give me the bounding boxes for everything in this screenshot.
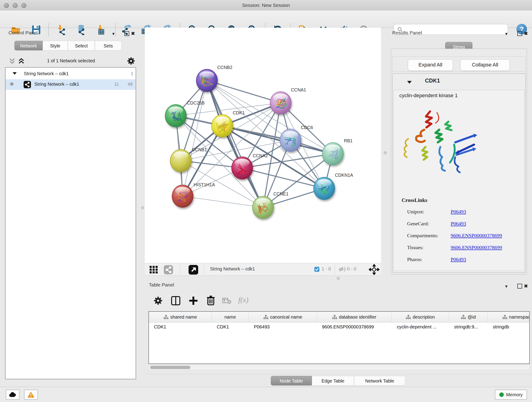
network-options-gear-icon[interactable] [127,56,136,65]
control-panel-menu-icon[interactable]: ▾ [112,32,114,36]
node-table[interactable]: shared namenamecanonical namedatabase id… [148,311,530,364]
column-header-database-identifier[interactable]: database identifier [317,312,392,322]
column-header-label: shared name [170,314,197,320]
column-type-icon [263,315,268,319]
scrollbar-thumb[interactable] [150,366,190,369]
left-splitter-handle[interactable] [141,206,144,209]
grid-view-icon[interactable] [149,265,159,274]
crosslink-link[interactable]: 9606.ENSP00000378699 [451,245,502,250]
column-header-shared-name[interactable]: shared name [149,312,212,322]
tab-sets[interactable]: Sets [95,41,122,51]
table-settings-gear-icon[interactable] [153,296,163,306]
node-gloss [235,159,249,166]
collection-expand-icon[interactable] [12,72,17,75]
table-cell[interactable]: stringdb:9... [449,322,488,332]
tab-select[interactable]: Select [68,41,95,51]
crosslink-link[interactable]: P06493 [451,256,466,262]
table-cell[interactable]: cyclin-dependent ... [392,322,449,332]
node-result-content: cyclin-dependent kinase 1 CrossLin [393,90,525,271]
results-panel-menu-icon[interactable]: ▾ [505,32,507,36]
network-edge[interactable] [207,80,281,103]
tab-network-table[interactable]: Network Table [354,376,405,385]
results-panel-close-icon[interactable]: ✖ [524,31,528,36]
table-cell[interactable]: CDK1 [149,322,212,332]
memory-button[interactable]: Memory [495,390,527,400]
show-columns-icon[interactable] [171,296,181,306]
crosslink-link[interactable]: P06493 [451,221,466,227]
node-label: CCNA1 [291,87,306,92]
table-cell[interactable]: CDK1 [212,322,249,332]
cloud-status-button[interactable] [6,390,19,400]
table-panel-float-icon[interactable] [517,284,522,288]
crosslink-row: Pharos:P06493 [407,256,522,266]
column-header-label: @id [468,314,476,320]
column-header-description[interactable]: description [392,312,449,322]
table-cell[interactable]: P06493 [249,322,317,332]
table-panel-close-icon[interactable]: ✖ [524,284,528,288]
network-node-RB1[interactable]: RB1 [322,138,353,165]
expand-all-button[interactable]: Expand All [408,59,453,71]
network-share-view-icon[interactable] [164,265,173,274]
network-row-selected[interactable]: String Network – cdk1 11 48 [6,79,136,90]
control-panel-close-icon[interactable]: ✖ [131,31,135,36]
crosslink-row: Tissues:9606.ENSP00000378699 [407,245,522,254]
import-table-icon [96,25,107,35]
delete-column-trash-icon[interactable] [206,295,216,306]
network-node-CDK1[interactable]: CDK1 [212,110,245,137]
column-header-label: description [413,314,435,320]
network-node-CCNB2[interactable]: CCNB2 [196,65,232,92]
table-horizontal-scrollbar[interactable] [148,365,530,370]
network-edge[interactable] [207,80,263,207]
network-node-CCNB1[interactable]: CCNB1 [170,147,207,172]
network-node-CCNA1[interactable]: CCNA1 [270,87,306,114]
import-table-button[interactable] [96,24,108,36]
network-canvas[interactable]: CCNB2CCNA1CDC25BCDK1CDC6RB1CCNB1CCNA2CDK… [145,28,381,263]
right-splitter-handle[interactable] [384,151,387,154]
node-gloss [200,71,214,79]
tab-style[interactable]: Style [43,41,68,51]
node-gloss [215,117,230,124]
network-node-HIST1H1A[interactable]: HIST1H1A [172,182,215,207]
network-edge[interactable] [222,126,333,154]
table-cell[interactable]: 9606.ENSP00000378699 [317,322,392,332]
table-panel-menu-icon[interactable]: ▾ [505,284,507,288]
network-node-CDKN1A[interactable]: CDKN1A [314,172,353,200]
column-header-name[interactable]: name [212,312,249,322]
horizontal-splitter-handle[interactable] [337,277,340,280]
column-header-namespace[interactable]: namespace [488,312,530,322]
network-edge[interactable] [183,196,263,207]
selected-checkbox-icon[interactable] [314,267,320,272]
column-header--id[interactable]: @id [449,312,488,322]
warnings-button[interactable] [24,390,38,400]
column-header-label: database identifier [339,314,376,320]
results-panel-float-icon[interactable] [517,31,522,36]
toolbar-separator [48,23,49,36]
network-edge[interactable] [183,80,207,196]
import-network-file-button[interactable] [56,24,68,36]
crosslink-link[interactable]: 9606.ENSP00000378699 [451,233,502,239]
toolbar-separator [115,23,116,36]
add-column-icon[interactable] [188,296,198,306]
string-app-icon [23,81,31,89]
selected-counter: 1 - 0 [322,266,331,272]
section-collapse-icon[interactable] [407,80,412,84]
tab-node-table[interactable]: Node Table [271,376,312,385]
expand-all-networks-icon[interactable] [17,58,25,65]
control-panel-float-icon[interactable] [124,31,129,36]
table-row[interactable]: CDK1CDK1P064939606.ENSP00000378699cyclin… [149,322,530,332]
collapse-all-button[interactable]: Collapse All [460,59,510,71]
import-network-database-button[interactable] [75,24,87,36]
column-header-canonical-name[interactable]: canonical name [249,312,317,322]
network-collection-row[interactable]: String Network – cdk1 1 [6,69,136,79]
tab-edge-table[interactable]: Edge Table [312,376,354,385]
node-label: CDKN1A [335,172,353,178]
crosslink-label: Pharos: [407,256,422,262]
tab-network[interactable]: Network [14,41,43,51]
crosslink-link[interactable]: P06493 [451,209,466,215]
column-type-icon [502,315,507,319]
birds-eye-view-icon[interactable] [188,265,198,275]
node-label: CCNB2 [217,65,232,70]
fit-content-crosshair-icon[interactable] [369,264,380,275]
table-cell[interactable]: stringdb [488,322,530,332]
collapse-all-networks-icon[interactable] [8,58,16,65]
